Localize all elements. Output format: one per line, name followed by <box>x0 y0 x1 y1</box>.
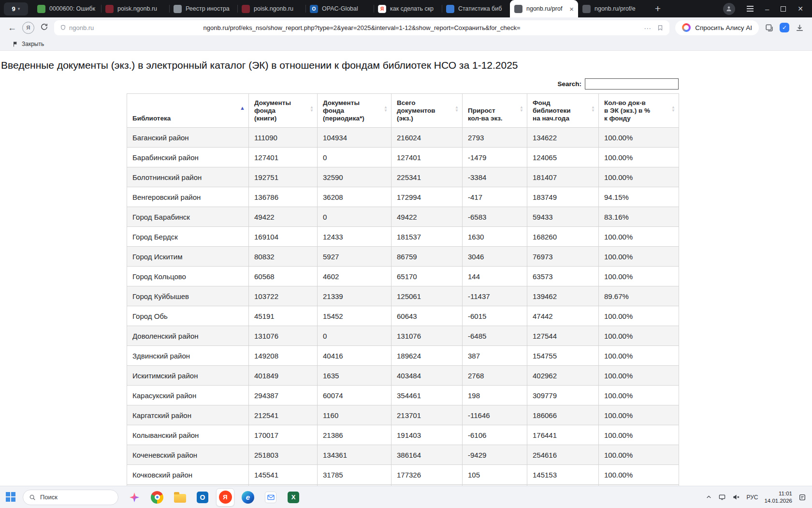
column-header[interactable]: Прирост кол-ва экз.▲▼ <box>463 94 527 128</box>
table-cell: 100.00% <box>599 425 679 445</box>
bookmark-flag-icon[interactable] <box>657 24 664 31</box>
table-cell: 1635 <box>318 366 392 386</box>
close-button[interactable]: ✕ <box>798 5 803 13</box>
table-cell: 100.00% <box>599 128 679 148</box>
new-tab-button[interactable]: + <box>651 3 665 15</box>
reload-button[interactable] <box>40 23 48 32</box>
table-cell: -1479 <box>463 148 527 167</box>
column-header[interactable]: Кол-во док-в в ЭК (экз.) в % к фонду▲▼ <box>599 94 679 128</box>
download-icon[interactable] <box>795 23 804 32</box>
browser-tab[interactable]: Якак сделать скр <box>374 0 442 17</box>
outlook-icon[interactable]: O <box>193 488 212 507</box>
table-cell: 191403 <box>392 425 463 445</box>
bookmark-item[interactable]: Закрыть <box>22 41 44 47</box>
browser-tab[interactable]: ngonb.ru/prof/e <box>578 0 646 17</box>
table-cell: 100.00% <box>599 445 679 465</box>
table-cell: -11437 <box>463 286 527 306</box>
table-row: Колыванский район17001721386191403-61061… <box>127 425 679 445</box>
table-cell: 100.00% <box>599 306 679 326</box>
urlbar-actions: ··· <box>644 24 664 32</box>
table-cell: 21386 <box>318 425 392 445</box>
table-cell: 386164 <box>392 445 463 465</box>
start-button[interactable] <box>6 492 16 502</box>
table-cell: Город Барабинск <box>127 207 249 227</box>
browser-tab[interactable]: Статистика биб <box>442 0 510 17</box>
maximize-button[interactable] <box>781 6 786 12</box>
table-cell: 100.00% <box>599 267 679 286</box>
browser-tab[interactable]: 0000600: Ошибк <box>33 0 101 17</box>
table-cell: 65170 <box>392 267 463 286</box>
explorer-icon[interactable] <box>171 488 189 507</box>
mail-icon[interactable] <box>261 488 280 507</box>
volume-muted-icon[interactable] <box>732 493 740 501</box>
table-cell: 131076 <box>249 326 318 346</box>
collections-icon[interactable] <box>765 23 774 32</box>
column-header[interactable]: Всего документов (экз.)▲▼ <box>392 94 463 128</box>
back-button[interactable]: ← <box>8 23 16 32</box>
tab-counter-button[interactable]: 9 ▾ <box>4 2 28 15</box>
edge-icon[interactable]: e <box>239 488 257 507</box>
table-header-row: Библиотека▲Документы фонда (книги)▲▼Доку… <box>127 94 679 128</box>
url-bar[interactable]: ngonb.ru ngonb.ru/prof/eks_nso/show_repo… <box>54 20 669 35</box>
notification-center-icon[interactable] <box>798 493 806 501</box>
taskbar-search[interactable]: Поиск <box>23 490 118 505</box>
yandex-button[interactable]: Я <box>22 22 34 34</box>
table-cell: 2768 <box>463 366 527 386</box>
chrome-icon[interactable] <box>148 488 166 507</box>
date-label: 14.01.2026 <box>764 497 792 505</box>
table-row: Коченевский район251803134361386164-9429… <box>127 445 679 465</box>
sync-check-icon[interactable]: ✓ <box>780 23 789 32</box>
table-cell: 100.00% <box>599 386 679 405</box>
browser-tab[interactable]: ngonb.ru/prof× <box>510 0 578 17</box>
column-header[interactable]: Фонд библиотеки на нач.года▲▼ <box>527 94 599 128</box>
table-cell: 225341 <box>392 167 463 187</box>
table-cell: 83.16% <box>599 207 679 227</box>
browser-menu-icon[interactable] <box>747 6 754 12</box>
search-input[interactable] <box>585 78 679 90</box>
column-header[interactable]: Документы фонда (периодика*)▲▼ <box>318 94 392 128</box>
column-header[interactable]: Документы фонда (книги)▲▼ <box>249 94 318 128</box>
browser-tab[interactable]: poisk.ngonb.ru <box>101 0 169 17</box>
language-indicator[interactable]: РУС <box>746 494 758 501</box>
table-cell: 63573 <box>527 267 599 286</box>
table-cell: 3046 <box>463 247 527 267</box>
table-cell: -417 <box>463 187 527 207</box>
minimize-button[interactable]: – <box>765 5 769 13</box>
table-cell: 100.00% <box>599 465 679 485</box>
table-cell: 168260 <box>527 227 599 247</box>
browser-tab[interactable]: OOPAC-Global <box>305 0 374 17</box>
table-cell: 189624 <box>392 346 463 366</box>
yandex-browser-icon[interactable]: Я <box>216 488 234 507</box>
table-cell: 5927 <box>318 247 392 267</box>
table-cell: -6485 <box>463 326 527 346</box>
display-icon[interactable] <box>718 493 726 501</box>
chevron-up-icon[interactable] <box>706 494 712 500</box>
browser-tab[interactable]: poisk.ngonb.ru <box>237 0 305 17</box>
sort-icon: ▲▼ <box>671 105 675 112</box>
tab-close-icon[interactable]: × <box>569 5 574 13</box>
avatar[interactable] <box>723 3 735 15</box>
table-cell: 12433 <box>318 227 392 247</box>
library-favicon <box>242 5 250 13</box>
copilot-icon[interactable] <box>125 488 144 507</box>
column-header[interactable]: Библиотека▲ <box>127 94 249 128</box>
time-label: 11:01 <box>764 490 792 497</box>
table-cell: 0 <box>318 148 392 167</box>
table-row: Карасукский район29438760074354461198309… <box>127 386 679 405</box>
clock[interactable]: 11:01 14.01.2026 <box>764 490 792 505</box>
table-cell: 134622 <box>527 128 599 148</box>
table-cell: Город Обь <box>127 306 249 326</box>
table-cell: 401849 <box>249 366 318 386</box>
table-cell: 104934 <box>318 128 392 148</box>
more-icon[interactable]: ··· <box>644 24 651 32</box>
table-cell: Болотнинский район <box>127 167 249 187</box>
column-label: Кол-во док-в в ЭК (экз.) в % к фонду <box>604 99 650 122</box>
sort-icon: ▲▼ <box>455 105 459 112</box>
excel-icon[interactable]: X <box>284 488 303 507</box>
table-row: Доволенский район1310760131076-648512754… <box>127 326 679 346</box>
browser-tab[interactable]: Реестр иностра <box>169 0 237 17</box>
alice-button[interactable]: Спросить Алису AI <box>675 20 759 35</box>
flag-icon <box>13 41 18 47</box>
column-label: Документы фонда (книги) <box>254 99 291 122</box>
search-label: Search: <box>557 80 581 88</box>
